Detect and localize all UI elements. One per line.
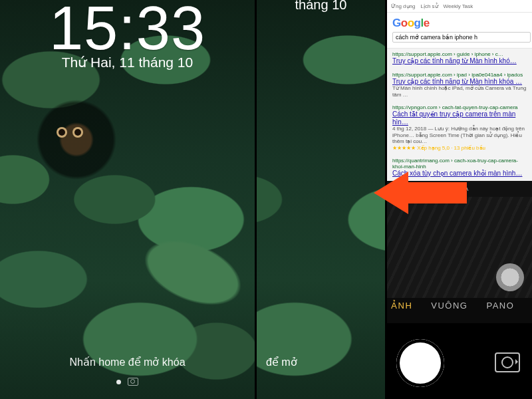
camera-page-icon[interactable] — [128, 378, 138, 386]
result-title: Cách tắt quyền truy cập camera trên màn … — [392, 110, 527, 126]
focus-lock-label: KHÓA — [450, 186, 469, 192]
browser-tab: Ứng dụng — [391, 3, 415, 9]
camera-mode-selector[interactable]: ẢNH VUÔNG PANO — [387, 301, 532, 311]
camera-mode-pano[interactable]: PANO — [486, 301, 514, 311]
search-result: https://support.apple.com › guide › ipho… — [392, 51, 527, 65]
flip-camera-icon[interactable] — [495, 352, 520, 372]
result-snippet: 4 thg 12, 2018 — Lưu ý: Hướng dẫn này ho… — [392, 126, 527, 145]
result-snippet: Từ Màn hình chính hoặc iPad, mở cửa Came… — [392, 85, 527, 98]
lockscreen-panel: 15:33 Thứ Hai, 11 tháng 10 Nhấn home để … — [0, 0, 255, 399]
browser-tab: Weekly Task — [444, 3, 473, 9]
unlock-hint-fragment: để mở — [266, 356, 297, 368]
mini-shutter-icon[interactable] — [496, 263, 524, 291]
lockscreen-date-fragment: tháng 10 — [257, 0, 385, 13]
google-logo: Google — [392, 17, 430, 29]
result-url: https://quantrimang.com › cach-xoa-truy-… — [392, 158, 527, 170]
camera-viewfinder[interactable]: Ứng dụng Lịch sử Weekly Task Google http… — [387, 0, 532, 181]
search-result: https://support.apple.com › ipad › ipa0e… — [392, 72, 527, 98]
browser-tab-bar: Ứng dụng Lịch sử Weekly Task — [387, 0, 532, 13]
result-url: https://vpngon.com › cach-tat-quyen-truy… — [392, 104, 527, 110]
page-indicator[interactable] — [0, 378, 255, 386]
page-dot-current — [116, 380, 121, 384]
wallpaper-cat-in-leaves-crop — [257, 0, 385, 399]
result-rating: ★★★★★ Xếp hạng 5,0 · 13 phiếu bầu — [392, 145, 527, 151]
result-title: Truy cập các tính năng từ Màn hình khó… — [392, 57, 527, 65]
focus-lock-row: KHÓA — [387, 181, 532, 197]
google-search-header: Google — [387, 13, 532, 49]
search-results: https://support.apple.com › guide › ipho… — [387, 49, 532, 181]
lockscreen-time: 15:33 — [0, 0, 255, 63]
result-title: Cách xóa tùy chọn camera khỏi màn hình… — [392, 170, 527, 178]
lockscreen-date: Thứ Hai, 11 tháng 10 — [0, 55, 255, 70]
shutter-button[interactable] — [396, 339, 444, 387]
search-result: https://vpngon.com › cach-tat-quyen-truy… — [392, 104, 527, 151]
result-url: https://support.apple.com › guide › ipho… — [392, 51, 527, 57]
lockscreen-panel-swiping: tháng 10 để mở — [257, 0, 385, 399]
result-url: https://support.apple.com › ipad › ipa0e… — [392, 72, 527, 78]
wallpaper-cat-eyes — [59, 129, 81, 136]
browser-tab: Lịch sử — [420, 3, 438, 9]
result-title: Truy cập các tính năng từ Màn hình khóa … — [392, 78, 527, 86]
google-search-field — [392, 32, 531, 43]
camera-bottom-bar — [387, 323, 532, 399]
tutorial-composite: 15:33 Thứ Hai, 11 tháng 10 Nhấn home để … — [0, 0, 532, 399]
search-result: https://quantrimang.com › cach-xoa-truy-… — [392, 158, 527, 178]
camera-app-panel: Ứng dụng Lịch sử Weekly Task Google http… — [387, 0, 532, 399]
unlock-hint[interactable]: Nhấn home để mở khóa — [0, 356, 255, 368]
camera-mode-square[interactable]: VUÔNG — [431, 301, 467, 311]
camera-mode-photo[interactable]: ẢNH — [391, 301, 412, 311]
